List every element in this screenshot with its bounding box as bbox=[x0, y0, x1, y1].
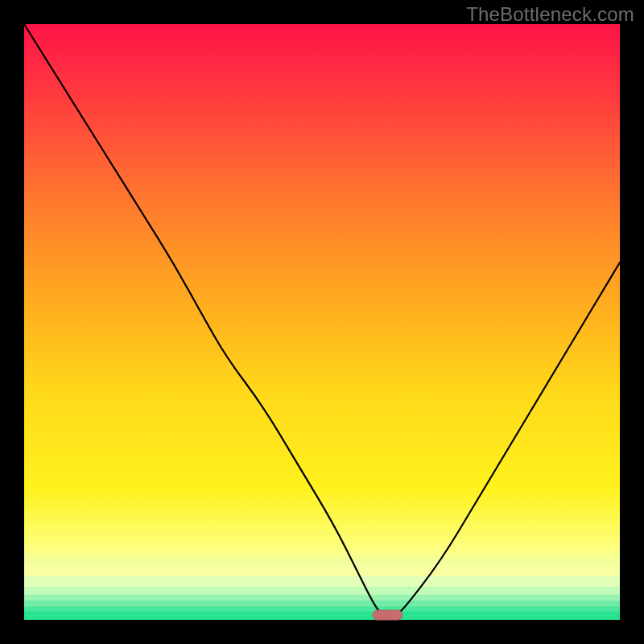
bottom-bands bbox=[24, 564, 620, 620]
svg-rect-6 bbox=[24, 612, 620, 620]
chart-svg bbox=[0, 0, 644, 644]
bottleneck-chart: TheBottleneck.com bbox=[0, 0, 644, 644]
svg-rect-0 bbox=[24, 564, 620, 576]
svg-rect-2 bbox=[24, 587, 620, 595]
svg-rect-3 bbox=[24, 595, 620, 601]
watermark-text: TheBottleneck.com bbox=[466, 3, 634, 26]
svg-rect-1 bbox=[24, 576, 620, 587]
svg-rect-4 bbox=[24, 601, 620, 606]
optimal-marker bbox=[373, 610, 402, 620]
plot-background bbox=[24, 24, 620, 620]
svg-rect-5 bbox=[24, 607, 620, 612]
